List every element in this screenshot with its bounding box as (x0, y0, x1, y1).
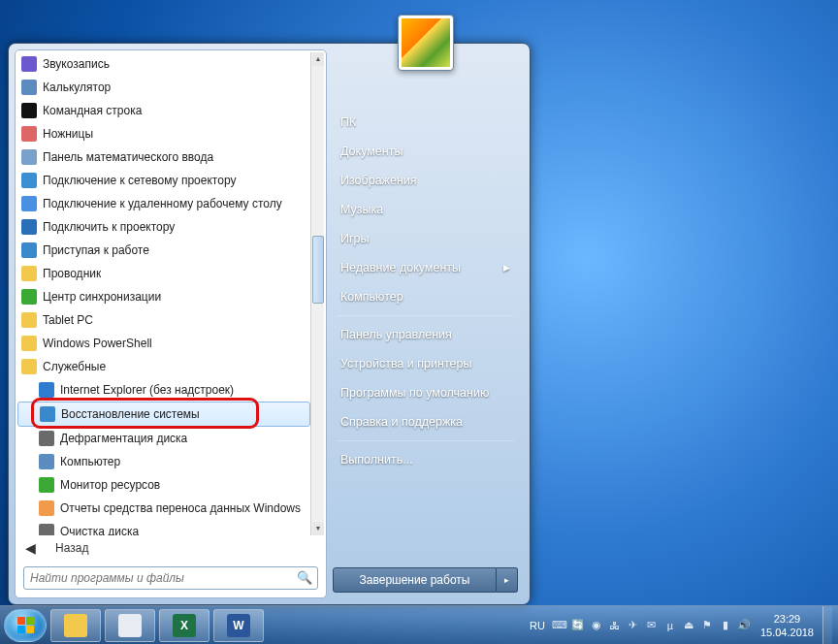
program-label: Очистка диска (60, 525, 139, 535)
taskbar-app-word[interactable]: W (213, 609, 264, 642)
program-item[interactable]: Проводник (17, 262, 310, 285)
program-label: Internet Explorer (без надстроек) (60, 383, 234, 397)
program-item[interactable]: Очистка диска (17, 520, 310, 535)
right-panel-item[interactable]: Выполнить... (327, 445, 524, 474)
search-row: 🔍 (17, 561, 324, 596)
scroll-thumb[interactable] (312, 236, 324, 304)
right-panel-item[interactable]: Игры (327, 224, 524, 253)
sync-icon[interactable]: 🔄 (570, 618, 586, 633)
program-item[interactable]: Центр синхронизации (17, 285, 310, 308)
start-button[interactable] (4, 609, 47, 642)
right-panel-item[interactable]: Панель управления (327, 320, 524, 349)
program-item[interactable]: Приступая к работе (17, 239, 310, 262)
right-panel-item[interactable]: Изображения (327, 166, 524, 195)
show-desktop-button[interactable] (822, 606, 832, 645)
program-item[interactable]: Internet Explorer (без надстроек) (17, 378, 310, 402)
desktop: ЗвукозаписьКалькуляторКомандная строкаНо… (0, 0, 838, 644)
program-list-scrollbar[interactable]: ▲ ▼ (310, 52, 324, 535)
notepad-icon (118, 614, 142, 637)
windows-logo-icon (17, 617, 34, 633)
program-item[interactable]: Отчеты средства переноса данных Windows (17, 497, 310, 520)
program-item[interactable]: Подключение к сетевому проектору (17, 169, 310, 192)
program-icon (21, 336, 37, 351)
program-label: Подключение к удаленному рабочему столу (43, 197, 282, 210)
program-item[interactable]: Компьютер (17, 450, 310, 473)
start-menu: ЗвукозаписьКалькуляторКомандная строкаНо… (8, 43, 531, 605)
user-picture-frame[interactable] (398, 15, 454, 71)
program-item[interactable]: Ножницы (17, 122, 310, 145)
scroll-down-arrow[interactable]: ▼ (312, 522, 324, 535)
program-item[interactable]: Командная строка (17, 99, 310, 122)
program-item[interactable]: Калькулятор (17, 76, 310, 99)
program-item[interactable]: Звукозапись (17, 52, 310, 76)
right-panel-item[interactable]: Музыка (327, 195, 524, 224)
keyboard-icon[interactable]: ⌨ (552, 618, 567, 633)
program-item[interactable]: Монитор ресурсов (17, 473, 310, 497)
utorrent-icon[interactable]: µ (662, 618, 678, 633)
program-label: Восстановление системы (61, 407, 200, 421)
taskbar-app-notepad[interactable] (105, 609, 155, 642)
back-button[interactable]: ◀ Назад (17, 535, 324, 561)
program-item[interactable]: Tablet PC (17, 308, 310, 332)
shutdown-button[interactable]: Завершение работы (333, 567, 497, 593)
program-item[interactable]: Подключить к проектору (17, 215, 310, 239)
program-icon (21, 56, 37, 72)
submenu-arrow-icon: ▶ (503, 263, 510, 273)
program-label: Центр синхронизации (43, 290, 161, 304)
program-icon (40, 406, 55, 422)
clock-time: 23:29 (760, 612, 814, 626)
search-input[interactable] (23, 566, 318, 590)
taskbar-app-excel[interactable]: X (159, 609, 210, 642)
right-panel-label: Игры (340, 232, 369, 245)
program-label: Проводник (43, 267, 101, 280)
excel-icon: X (173, 614, 196, 637)
program-label: Дефрагментация диска (60, 432, 187, 445)
separator (337, 315, 514, 316)
right-panel-item[interactable]: ПК (327, 108, 524, 137)
program-label: Монитор ресурсов (60, 478, 160, 492)
network-icon[interactable]: 🖧 (607, 618, 623, 633)
language-indicator[interactable]: RU (530, 620, 545, 631)
program-item[interactable]: Панель математического ввода (17, 145, 310, 169)
program-icon (21, 196, 37, 211)
program-item[interactable]: Дефрагментация диска (17, 427, 310, 450)
right-panel-item[interactable]: Компьютер (327, 282, 524, 311)
taskbar: XW RU ⌨ 🔄 ◉ 🖧 ✈ ✉ µ ⏏ ⚑ ▮ 🔊 23:29 15.04.… (0, 605, 838, 644)
program-item[interactable]: Восстановление системы (17, 402, 310, 427)
program-label: Tablet PC (43, 313, 93, 327)
program-item[interactable]: Windows PowerShell (17, 332, 310, 355)
right-panel-item[interactable]: Справка и поддержка (327, 407, 524, 436)
right-panel-label: Справка и поддержка (340, 415, 463, 429)
clock[interactable]: 23:29 15.04.2018 (755, 612, 820, 639)
program-label: Командная строка (43, 104, 142, 117)
wifi-icon[interactable]: ▮ (718, 618, 733, 633)
program-label: Отчеты средства переноса данных Windows (60, 501, 301, 515)
clock-date: 15.04.2018 (760, 626, 814, 639)
program-item[interactable]: Служебные (17, 355, 310, 378)
program-icon (21, 266, 37, 281)
telegram-icon[interactable]: ✈ (626, 618, 641, 633)
scroll-up-arrow[interactable]: ▲ (312, 52, 324, 66)
right-panel-item[interactable]: Недавние документы▶ (327, 253, 524, 282)
volume-icon[interactable]: 🔊 (736, 618, 752, 633)
right-panel-item[interactable]: Программы по умолчанию (327, 378, 524, 407)
program-label: Калькулятор (43, 80, 111, 94)
shutdown-options-button[interactable]: ▸ (497, 567, 518, 593)
separator (337, 440, 514, 441)
program-icon (39, 431, 54, 446)
program-label: Панель математического ввода (43, 150, 213, 164)
right-panel-item[interactable]: Документы (327, 137, 524, 166)
nvidia-icon[interactable]: ◉ (589, 618, 604, 633)
program-label: Компьютер (60, 455, 120, 468)
right-panel-item[interactable]: Устройства и принтеры (327, 349, 524, 378)
system-tray: RU ⌨ 🔄 ◉ 🖧 ✈ ✉ µ ⏏ ⚑ ▮ 🔊 23:29 15.04.201… (526, 606, 834, 645)
back-arrow-icon: ◀ (25, 540, 36, 556)
action-center-icon[interactable]: ⚑ (699, 618, 715, 633)
program-item[interactable]: Подключение к удаленному рабочему столу (17, 192, 310, 215)
eject-icon[interactable]: ⏏ (681, 618, 696, 633)
mail-icon[interactable]: ✉ (644, 618, 660, 633)
taskbar-app-explorer[interactable] (50, 609, 101, 642)
right-panel-label: Устройства и принтеры (340, 357, 471, 370)
right-panel-label: Компьютер (340, 290, 403, 304)
start-menu-right-panel: ПКДокументыИзображенияМузыкаИгрыНедавние… (327, 49, 524, 598)
